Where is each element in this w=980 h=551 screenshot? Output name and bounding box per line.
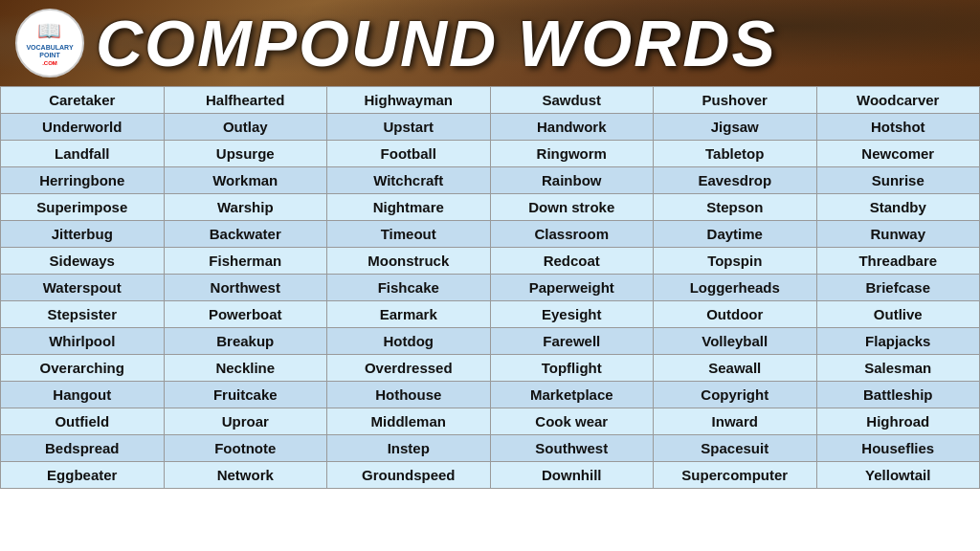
table-row: EggbeaterNetworkGroundspeedDownhillSuper… (1, 462, 980, 489)
table-row: JitterbugBackwaterTimeoutClassroomDaytim… (1, 221, 980, 248)
table-cell: Uproar (164, 408, 327, 435)
table-cell: Paperweight (490, 275, 654, 301)
table-row: CaretakerHalfheartedHighwaymanSawdustPus… (1, 87, 980, 114)
table-cell: Moonstruck (327, 248, 491, 275)
table-cell: Hothouse (327, 382, 491, 408)
table-cell: Halfhearted (164, 87, 327, 114)
table-row: SidewaysFishermanMoonstruckRedcoatTopspi… (1, 248, 980, 275)
table-row: OutfieldUproarMiddlemanCook wearInwardHi… (1, 408, 980, 435)
table-cell: Stepsister (1, 301, 165, 328)
table-cell: Upstart (327, 114, 491, 141)
table-cell: Southwest (490, 435, 654, 462)
table-cell: Eggbeater (1, 462, 165, 489)
logo-icon: 📖 (37, 19, 61, 42)
table-cell: Spacesuit (654, 435, 817, 462)
table-cell: Sunrise (816, 167, 980, 194)
table-cell: Fisherman (164, 248, 327, 275)
table-cell: Supercomputer (654, 462, 817, 489)
table-cell: Handwork (490, 114, 654, 141)
table-cell: Caretaker (1, 87, 165, 114)
compound-words-table: CaretakerHalfheartedHighwaymanSawdustPus… (0, 86, 980, 489)
table-cell: Eavesdrop (654, 167, 817, 194)
table-cell: Hangout (1, 382, 165, 408)
table-cell: Briefcase (816, 275, 980, 301)
table-cell: Fishcake (327, 275, 491, 301)
table-cell: Sideways (1, 248, 165, 275)
table-row: SuperimposeWarshipNightmareDown strokeSt… (1, 194, 980, 221)
table-cell: Whirlpool (1, 328, 165, 355)
table-cell: Nightmare (327, 194, 491, 221)
table-cell: Overarching (1, 355, 165, 382)
table-row: WaterspoutNorthwestFishcakePaperweightLo… (1, 275, 980, 301)
header: 📖 VOCABULARYPOINT.COM COMPOUND WORDS (0, 0, 980, 86)
table-cell: Threadbare (816, 248, 980, 275)
table-cell: Upsurge (164, 141, 327, 167)
table-section: CaretakerHalfheartedHighwaymanSawdustPus… (0, 86, 980, 551)
table-cell: Topspin (654, 248, 817, 275)
table-cell: Hotdog (327, 328, 491, 355)
table-cell: Groundspeed (327, 462, 491, 489)
table-cell: Copyright (654, 382, 817, 408)
table-cell: Classroom (490, 221, 654, 248)
table-cell: Footnote (164, 435, 327, 462)
table-cell: Cook wear (490, 408, 654, 435)
table-cell: Witchcraft (327, 167, 491, 194)
table-cell: Earmark (327, 301, 491, 328)
table-cell: Breakup (164, 328, 327, 355)
table-cell: Underworld (1, 114, 165, 141)
logo: 📖 VOCABULARYPOINT.COM (15, 9, 84, 77)
table-cell: Houseflies (816, 435, 980, 462)
table-cell: Tabletop (654, 141, 817, 167)
table-cell: Downhill (490, 462, 654, 489)
table-row: LandfallUpsurgeFootballRingwormTabletopN… (1, 141, 980, 167)
table-cell: Topflight (490, 355, 654, 382)
table-cell: Superimpose (1, 194, 165, 221)
table-cell: Landfall (1, 141, 165, 167)
table-cell: Overdressed (327, 355, 491, 382)
table-cell: Eyesight (490, 301, 654, 328)
table-row: BedspreadFootnoteInstepSouthwestSpacesui… (1, 435, 980, 462)
table-cell: Bedspread (1, 435, 165, 462)
table-cell: Outlive (816, 301, 980, 328)
table-cell: Waterspout (1, 275, 165, 301)
table-cell: Highroad (816, 408, 980, 435)
table-cell: Backwater (164, 221, 327, 248)
table-cell: Powerboat (164, 301, 327, 328)
table-cell: Football (327, 141, 491, 167)
table-cell: Jigsaw (654, 114, 817, 141)
table-row: StepsisterPowerboatEarmarkEyesightOutdoo… (1, 301, 980, 328)
table-row: WhirlpoolBreakupHotdogFarewellVolleyball… (1, 328, 980, 355)
page-title: COMPOUND WORDS (96, 6, 777, 80)
table-cell: Flapjacks (816, 328, 980, 355)
table-cell: Neckline (164, 355, 327, 382)
table-row: HangoutFruitcakeHothouseMarketplaceCopyr… (1, 382, 980, 408)
table-cell: Timeout (327, 221, 491, 248)
table-cell: Volleyball (654, 328, 817, 355)
logo-text: VOCABULARYPOINT.COM (26, 44, 73, 66)
table-cell: Hotshot (816, 114, 980, 141)
table-cell: Daytime (654, 221, 817, 248)
table-cell: Outdoor (654, 301, 817, 328)
table-cell: Network (164, 462, 327, 489)
table-cell: Rainbow (490, 167, 654, 194)
table-cell: Ringworm (490, 141, 654, 167)
table-cell: Loggerheads (654, 275, 817, 301)
table-cell: Pushover (654, 87, 817, 114)
table-cell: Inward (654, 408, 817, 435)
table-row: HerringboneWorkmanWitchcraftRainbowEaves… (1, 167, 980, 194)
table-cell: Battleship (816, 382, 980, 408)
table-cell: Highwayman (327, 87, 491, 114)
table-cell: Outlay (164, 114, 327, 141)
table-cell: Marketplace (490, 382, 654, 408)
table-cell: Sawdust (490, 87, 654, 114)
table-cell: Runway (816, 221, 980, 248)
table-cell: Woodcarver (816, 87, 980, 114)
table-cell: Middleman (327, 408, 491, 435)
table-cell: Northwest (164, 275, 327, 301)
table-cell: Fruitcake (164, 382, 327, 408)
table-cell: Salesman (816, 355, 980, 382)
table-cell: Outfield (1, 408, 165, 435)
table-row: OverarchingNecklineOverdressedTopflightS… (1, 355, 980, 382)
table-cell: Warship (164, 194, 327, 221)
table-row: UnderworldOutlayUpstartHandworkJigsawHot… (1, 114, 980, 141)
